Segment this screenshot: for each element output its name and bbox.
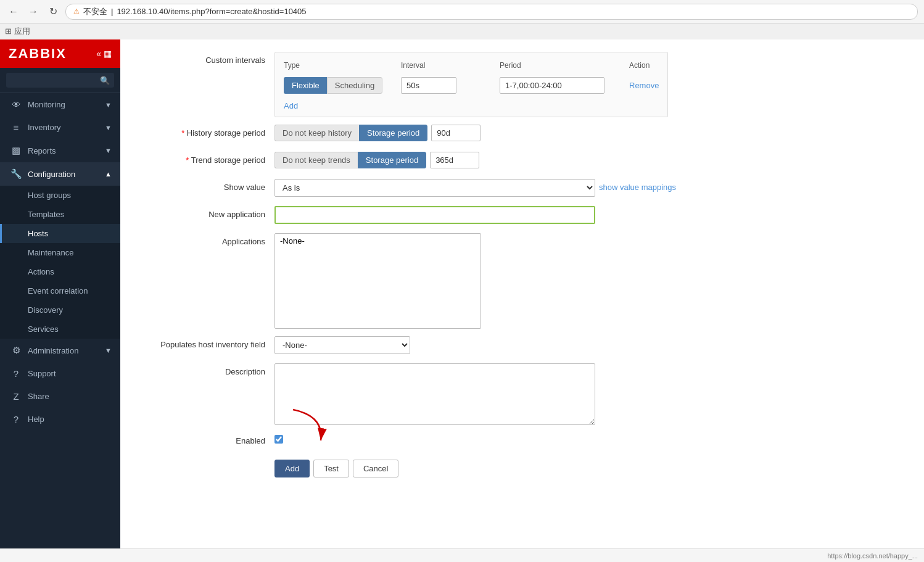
inventory-icon: ≡ [10,122,22,133]
grid-icon[interactable]: ▦ [104,49,112,59]
new-application-row: New application [139,206,905,226]
sidebar-item-services[interactable]: Services [0,320,120,339]
populates-label: Populates host inventory field [139,336,274,349]
custom-intervals-row: Custom intervals Type Interval Period Ac… [139,52,905,117]
status-bar: https://blog.csdn.net/happy_... [0,548,924,562]
sidebar-item-configuration[interactable]: 🔧 Configuration ▲ [0,162,120,186]
show-value-mappings-link[interactable]: show value mappings [599,179,676,192]
applications-label: Applications [139,233,274,246]
sidebar-logo: ZABBIX « ▦ [0,39,120,68]
url-separator: | [111,7,113,16]
action-buttons-row: Add Test Cancel [139,460,905,479]
add-interval-link[interactable]: Add [284,101,298,110]
history-storage-label: History storage period [139,125,274,138]
action-header: Action [629,61,659,70]
show-value-controls: As is show value mappings [274,179,905,197]
monitoring-chevron: ▼ [105,101,112,109]
do-not-keep-trends-button[interactable]: Do not keep trends [274,152,358,168]
cancel-button[interactable]: Cancel [353,460,398,477]
sidebar-item-support[interactable]: ? Support [0,362,120,385]
trend-storage-period-button[interactable]: Storage period [358,152,426,168]
sidebar-item-administration[interactable]: ⚙ Administration ▼ [0,339,120,362]
sidebar-item-discovery[interactable]: Discovery [0,300,120,320]
action-buttons-spacer [139,460,274,463]
address-bar[interactable]: ⚠ 不安全 | 192.168.10.40/items.php?form=cre… [65,4,918,20]
reports-label: Reports [28,146,56,155]
logo-text: ZABBIX [9,46,67,62]
reload-button[interactable]: ↻ [46,4,60,19]
show-value-dropdown[interactable]: As is [274,179,595,197]
reports-icon: ▩ [10,145,22,156]
sidebar-search-area: 🔍 [0,68,120,93]
trend-storage-controls: Do not keep trends Storage period [274,152,905,168]
intervals-header: Type Interval Period Action [284,59,659,72]
support-icon: ? [10,368,22,379]
security-icon: ⚠ [73,7,80,15]
collapse-icon[interactable]: « [96,49,101,59]
sidebar: ZABBIX « ▦ 🔍 👁 Monitoring ▼ ≡ Inventory [0,39,120,548]
applications-controls: -None- [274,233,905,329]
custom-intervals-block: Type Interval Period Action Flexible Sch… [274,52,668,117]
history-storage-period-button[interactable]: Storage period [359,125,427,141]
inventory-label: Inventory [28,123,60,132]
sidebar-item-templates[interactable]: Templates [0,205,120,224]
flexible-button[interactable]: Flexible [284,77,327,94]
sidebar-nav: 👁 Monitoring ▼ ≡ Inventory ▼ ▩ Reports ▼… [0,93,120,548]
share-icon: Z [10,391,22,402]
url-hint: https://blog.csdn.net/happy_... [827,552,918,560]
enabled-label: Enabled [139,432,274,445]
sidebar-item-reports[interactable]: ▩ Reports ▼ [0,139,120,162]
search-icon[interactable]: 🔍 [100,76,110,85]
test-button[interactable]: Test [313,460,349,477]
description-label: Description [139,363,274,376]
populates-controls: -None- [274,336,905,354]
administration-label: Administration [28,346,78,355]
help-label: Help [28,415,44,424]
add-button[interactable]: Add [274,460,310,477]
back-button[interactable]: ← [6,4,21,19]
intervals-row: Flexible Scheduling Remove [284,75,659,96]
url-text: 不安全 [83,6,107,17]
remove-button[interactable]: Remove [629,81,659,90]
period-input[interactable] [500,77,604,94]
interval-header: Interval [401,61,493,70]
inventory-chevron: ▼ [105,124,112,131]
configuration-icon: 🔧 [10,168,22,180]
enabled-checkbox[interactable] [274,435,283,444]
show-value-row: Show value As is show value mappings [139,179,905,199]
type-header: Type [284,61,395,70]
scheduling-button[interactable]: Scheduling [327,77,382,94]
sidebar-item-help[interactable]: ? Help [0,408,120,431]
history-storage-controls: Do not keep history Storage period [274,125,905,141]
sidebar-item-inventory[interactable]: ≡ Inventory ▼ [0,116,120,139]
history-storage-value-input[interactable] [431,125,481,141]
new-application-input[interactable] [274,206,595,224]
applications-listbox[interactable]: -None- [274,233,481,329]
browser-bar: ← → ↻ ⚠ 不安全 | 192.168.10.40/items.php?fo… [0,0,924,23]
custom-intervals-controls: Type Interval Period Action Flexible Sch… [274,52,905,117]
sidebar-item-maintenance[interactable]: Maintenance [0,243,120,262]
sidebar-item-host-groups[interactable]: Host groups [0,186,120,205]
do-not-keep-history-button[interactable]: Do not keep history [274,125,359,141]
forward-button[interactable]: → [26,4,41,19]
trend-storage-row: Trend storage period Do not keep trends … [139,152,905,171]
trend-storage-value-input[interactable] [430,152,479,168]
support-label: Support [28,369,56,378]
administration-chevron: ▼ [105,347,112,354]
sidebar-item-actions[interactable]: Actions [0,262,120,281]
monitoring-label: Monitoring [28,100,65,109]
configuration-label: Configuration [28,170,75,179]
monitoring-icon: 👁 [10,99,22,110]
sidebar-item-event-correlation[interactable]: Event correlation [0,281,120,300]
show-value-label: Show value [139,179,274,192]
sidebar-item-hosts[interactable]: Hosts [0,224,120,243]
sidebar-item-share[interactable]: Z Share [0,385,120,408]
description-textarea[interactable] [274,363,595,425]
interval-input[interactable] [401,77,456,94]
action-buttons-controls: Add Test Cancel [274,460,905,477]
search-input[interactable] [6,73,114,88]
sidebar-item-monitoring[interactable]: 👁 Monitoring ▼ [0,93,120,116]
populates-dropdown[interactable]: -None- [274,336,410,354]
new-application-controls [274,206,905,224]
applications-row: Applications -None- [139,233,905,329]
